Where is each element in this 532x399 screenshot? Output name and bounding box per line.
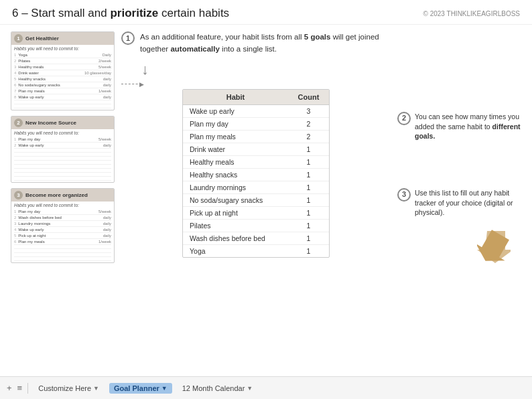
goal-card-2: 2 New Income Source Habits you will need… (11, 116, 115, 183)
goal-header-1: 1 Get Healthier (11, 32, 114, 45)
table-cell-count: 1 (288, 181, 329, 193)
habit-row: 5Healthy snacksdaily (14, 76, 111, 82)
table-cell-habit: Drink water (183, 143, 288, 155)
table-row: Yoga1 (183, 244, 329, 257)
table-cell-count: 1 (288, 232, 329, 244)
intro-text: As an additional feature, your habit lis… (140, 31, 391, 56)
goal-body-1: Habits you will need to commit to: 1Yoga… (11, 45, 114, 110)
table-row: Laundry mornings1 (183, 181, 329, 193)
habit-row: 5Pick up at nightdaily (14, 233, 111, 239)
table-row: Wash dishes before bed1 (183, 232, 329, 244)
annotation-circle-1: 1 (121, 31, 135, 45)
habit-row: 7Plan my meals1/week (14, 88, 111, 94)
table-cell-habit: Pick up at night (183, 206, 288, 219)
habit-row: 6Plan my meals1/week (14, 239, 111, 245)
table-cell-habit: No soda/sugary snacks (183, 193, 288, 206)
table-cell-count: 1 (288, 219, 329, 232)
page-title: 6 – Start small and prioritize certain h… (12, 7, 229, 20)
habit-row: 1Plan my day5/week (14, 137, 111, 143)
table-row: Healthy snacks1 (183, 168, 329, 181)
habit-row: 1YogaDaily (14, 52, 111, 58)
calendar-tab[interactable]: 12 Month Calendar ▼ (178, 383, 257, 394)
goal-subtitle-3: Habits you will need to commit to: (14, 203, 111, 208)
goal-title-2: New Income Source (25, 120, 76, 126)
goal-body-3: Habits you will need to commit to: 1Plan… (11, 202, 114, 262)
goal-number-3: 3 (14, 191, 23, 200)
annotation-2: 2 You can see how many times you added t… (397, 112, 521, 141)
goal-card-1: 1 Get Healthier Habits you will need to … (11, 31, 115, 110)
customize-chevron-icon: ▼ (93, 385, 99, 392)
goal-subtitle-2: Habits you will need to commit to: (14, 131, 111, 135)
habit-row: 2Wake up earlydaily (14, 143, 111, 149)
table-cell-habit: Wash dishes before bed (183, 232, 288, 244)
annotation-circle-2: 2 (397, 112, 411, 125)
goal-list-column: 1 Get Healthier Habits you will need to … (11, 31, 115, 369)
goal-card-3: 3 Become more organized Habits you will … (11, 188, 115, 263)
annotation-text-2: You can see how many times you added the… (415, 112, 521, 141)
habit-row: 2Pilates2/week (14, 58, 111, 64)
table-cell-count: 2 (288, 130, 329, 143)
habit-row: 8Wake up earlydaily (14, 94, 111, 100)
diagonal-arrow-icon (397, 230, 521, 266)
table-row: Pick up at night1 (183, 206, 329, 219)
right-column: 2 You can see how many times you added t… (397, 31, 521, 369)
table-header-count: Count (288, 90, 329, 105)
goal-number-1: 1 (14, 34, 23, 43)
table-cell-habit: Yoga (183, 244, 288, 257)
goal-header-3: 3 Become more organized (11, 189, 114, 202)
table-row: Plan my meals2 (183, 130, 329, 143)
table-row: Wake up early3 (183, 104, 329, 117)
table-cell-count: 1 (288, 168, 329, 181)
goal-title-3: Become more organized (25, 192, 88, 198)
add-button[interactable]: + (7, 383, 12, 393)
goal-body-2: Habits you will need to commit to: 1Plan… (11, 129, 114, 182)
table-cell-count: 3 (288, 104, 329, 117)
table-row: Pilates1 (183, 219, 329, 232)
habit-table: Habit Count Wake up early3Plan my day2Pl… (183, 90, 329, 257)
annotation-circle-3: 3 (397, 188, 411, 202)
copyright: © 2023 THINKLIKEAGIRLBOSS (423, 10, 520, 17)
calendar-chevron-icon: ▼ (247, 385, 253, 392)
habit-table-container: Habit Count Wake up early3Plan my day2Pl… (182, 89, 330, 258)
customize-tab[interactable]: Customize Here ▼ (34, 383, 104, 394)
table-cell-habit: Plan my day (183, 117, 288, 130)
bottom-bar: + ≡ Customize Here ▼ Goal Planner ▼ 12 M… (0, 376, 532, 399)
table-header-habit: Habit (183, 90, 288, 105)
goal-number-2: 2 (14, 118, 23, 127)
goal-planner-chevron-icon: ▼ (161, 385, 168, 392)
table-cell-habit: Healthy meals (183, 155, 288, 168)
annotation-text-3: Use this list to fill out any habit trac… (415, 188, 521, 218)
menu-button[interactable]: ≡ (17, 383, 23, 393)
table-cell-count: 2 (288, 117, 329, 130)
goal-title-1: Get Healthier (25, 35, 59, 42)
habit-row: 3Laundry morningsdaily (14, 221, 111, 227)
table-row: Drink water1 (183, 143, 329, 155)
table-cell-count: 1 (288, 244, 329, 257)
habit-row: 2Wash dishes before beddaily (14, 215, 111, 221)
table-cell-habit: Laundry mornings (183, 181, 288, 193)
table-row: No soda/sugary snacks1 (183, 193, 329, 206)
table-cell-count: 1 (288, 193, 329, 206)
table-cell-habit: Healthy snacks (183, 168, 288, 181)
table-cell-count: 1 (288, 155, 329, 168)
habit-row: 3Healthy meals5/week (14, 64, 111, 70)
habit-row: 1Plan my day5/week (14, 209, 111, 215)
table-cell-count: 1 (288, 143, 329, 155)
habit-row: 4Drink water10 glasses/day (14, 70, 111, 76)
habit-row: 4Wake up earlydaily (14, 227, 111, 233)
annotation-3: 3 Use this list to fill out any habit tr… (397, 188, 521, 218)
separator (27, 383, 28, 394)
table-row: Plan my day2 (183, 117, 329, 130)
table-cell-habit: Pilates (183, 219, 288, 232)
table-cell-habit: Wake up early (183, 104, 288, 117)
table-cell-count: 1 (288, 206, 329, 219)
center-column: 1 As an additional feature, your habit l… (121, 31, 391, 369)
arrow-down-icon: ↓ (141, 61, 149, 78)
habit-row: 6No soda/sugary snacksdaily (14, 82, 111, 88)
table-cell-habit: Plan my meals (183, 130, 288, 143)
main-content: 1 Get Healthier Habits you will need to … (0, 25, 532, 373)
goal-header-2: 2 New Income Source (11, 116, 114, 129)
goal-planner-tab[interactable]: Goal Planner ▼ (109, 383, 172, 394)
page-header: 6 – Start small and prioritize certain h… (0, 0, 532, 25)
goal-subtitle-1: Habits you will need to commit to: (14, 46, 111, 51)
